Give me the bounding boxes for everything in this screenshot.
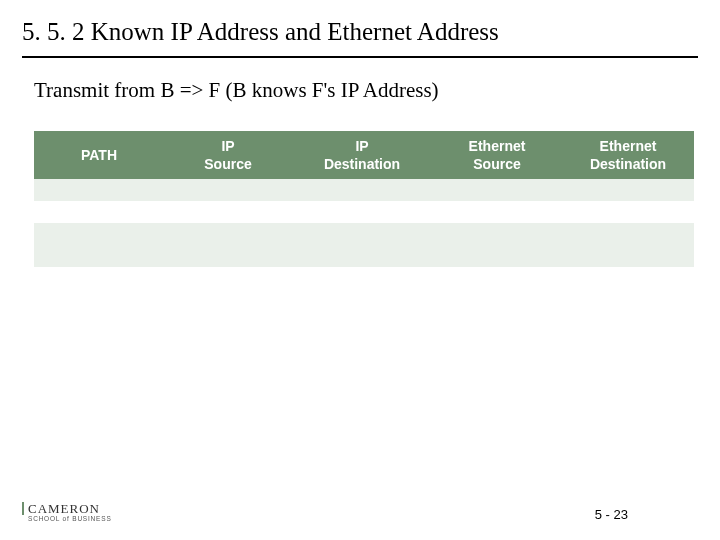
cell <box>562 201 694 223</box>
cell <box>432 245 562 267</box>
table-row <box>34 179 694 201</box>
cell <box>292 245 432 267</box>
cell <box>432 179 562 201</box>
cell <box>292 201 432 223</box>
cell <box>292 179 432 201</box>
cell <box>432 201 562 223</box>
cell <box>164 245 292 267</box>
th-ethernet-destination: EthernetDestination <box>562 131 694 179</box>
logo: CAMERON SCHOOL of BUSINESS <box>22 502 112 523</box>
cell <box>432 223 562 245</box>
th-ip-source: IPSource <box>164 131 292 179</box>
table-row <box>34 223 694 245</box>
footer: CAMERON SCHOOL of BUSINESS 5 - 23 <box>22 502 698 523</box>
table-header-row: PATH IPSource IPDestination EthernetSour… <box>34 131 694 179</box>
cell <box>292 223 432 245</box>
logo-bar-icon <box>22 502 24 515</box>
cell <box>164 179 292 201</box>
cell <box>34 245 164 267</box>
page-number: 5 - 23 <box>595 507 628 522</box>
slide-title: 5. 5. 2 Known IP Address and Ethernet Ad… <box>22 18 698 56</box>
data-table: PATH IPSource IPDestination EthernetSour… <box>34 131 694 267</box>
cell <box>562 245 694 267</box>
th-path: PATH <box>34 131 164 179</box>
title-divider <box>22 56 698 58</box>
table-row <box>34 201 694 223</box>
cell <box>164 223 292 245</box>
cell <box>562 179 694 201</box>
cell <box>34 179 164 201</box>
th-ethernet-source: EthernetSource <box>432 131 562 179</box>
th-ip-destination: IPDestination <box>292 131 432 179</box>
logo-main-text: CAMERON <box>28 502 100 515</box>
logo-sub-text: SCHOOL of BUSINESS <box>28 516 112 523</box>
slide-subtitle: Transmit from B => F (B knows F's IP Add… <box>34 78 698 103</box>
cell <box>34 201 164 223</box>
logo-main: CAMERON <box>22 502 112 515</box>
cell <box>34 223 164 245</box>
cell <box>562 223 694 245</box>
table-row <box>34 245 694 267</box>
cell <box>164 201 292 223</box>
